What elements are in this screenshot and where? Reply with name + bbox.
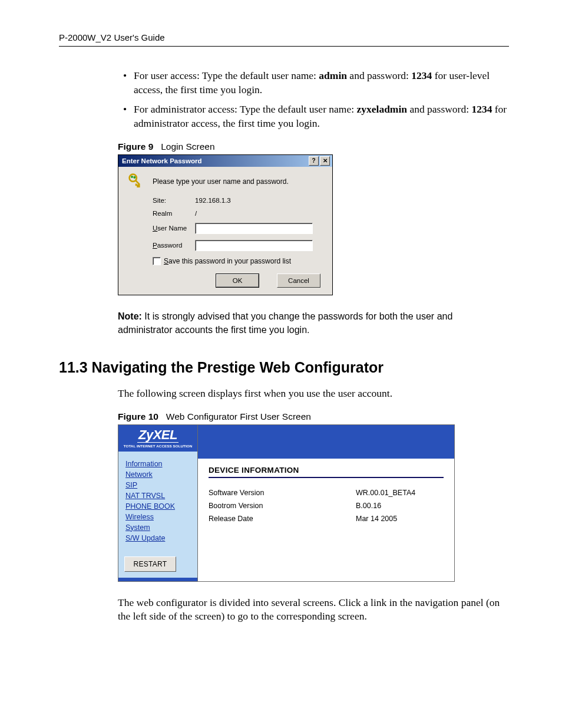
list-item: For administrator access: Type the defau… — [120, 103, 509, 130]
logo: ZyXEL TOTAL INTERNET ACCESS SOLUTION — [118, 425, 197, 452]
list-item: For user access: Type the default user n… — [120, 69, 509, 97]
nav-links: Information Network SIP NAT TRVSL PHONE … — [118, 452, 197, 551]
key-icon — [128, 183, 144, 191]
sidebar-divider — [118, 578, 197, 581]
dialog-prompt: Please type your user name and password. — [153, 177, 289, 186]
realm-label: Realm — [153, 210, 195, 217]
sidebar-item-sip[interactable]: SIP — [125, 481, 191, 489]
password-label: Password — [153, 242, 195, 249]
dialog-titlebar: Enter Network Password ? ✕ — [118, 155, 332, 167]
save-password-label: Save this password in your password list — [164, 257, 291, 265]
sidebar-item-wireless[interactable]: Wireless — [125, 513, 191, 521]
figure-9-caption: Figure 9 Login Screen — [118, 141, 509, 152]
note-paragraph: Note: It is strongly advised that you ch… — [118, 309, 509, 337]
restart-button[interactable]: RESTART — [124, 556, 176, 572]
bullet-list: For user access: Type the default user n… — [59, 69, 509, 131]
table-row: Software Version WR.00.01_BETA4 — [209, 489, 444, 497]
figure-10: ZyXEL TOTAL INTERNET ACCESS SOLUTION Inf… — [118, 424, 509, 582]
figure-9: Enter Network Password ? ✕ Please type y… — [118, 154, 509, 295]
top-band — [198, 425, 454, 459]
sidebar-item-network[interactable]: Network — [125, 470, 191, 479]
site-label: Site: — [153, 197, 195, 204]
table-row: Release Date Mar 14 2005 — [209, 515, 444, 523]
username-label: User Name — [153, 225, 195, 232]
site-value: 192.168.1.3 — [195, 197, 231, 204]
cancel-button[interactable]: Cancel — [277, 274, 320, 288]
close-icon[interactable]: ✕ — [320, 156, 330, 166]
help-icon[interactable]: ? — [309, 156, 319, 166]
sidebar-item-information[interactable]: Information — [125, 460, 191, 468]
realm-value: / — [195, 210, 197, 217]
sidebar-item-system[interactable]: System — [125, 523, 191, 532]
svg-point-1 — [131, 175, 133, 177]
save-password-checkbox[interactable] — [153, 257, 161, 265]
sidebar-item-nat-trvsl[interactable]: NAT TRVSL — [125, 492, 191, 500]
login-dialog: Enter Network Password ? ✕ Please type y… — [118, 154, 333, 295]
svg-point-2 — [133, 176, 135, 178]
body-text: The web configurator is divided into sev… — [118, 596, 509, 624]
username-field[interactable] — [195, 223, 313, 234]
table-row: Bootrom Version B.00.16 — [209, 502, 444, 510]
sidebar-item-phone-book[interactable]: PHONE BOOK — [125, 502, 191, 510]
device-info-heading: DEVICE INFORMATION — [209, 466, 444, 478]
web-configurator: ZyXEL TOTAL INTERNET ACCESS SOLUTION Inf… — [118, 424, 455, 582]
sidebar: ZyXEL TOTAL INTERNET ACCESS SOLUTION Inf… — [118, 425, 198, 581]
sidebar-item-sw-update[interactable]: S/W Update — [125, 534, 191, 542]
section-heading: 11.3 Navigating the Prestige Web Configu… — [59, 359, 509, 376]
ok-button[interactable]: OK — [216, 274, 259, 288]
password-field[interactable] — [195, 240, 313, 251]
running-header: P-2000W_V2 User's Guide — [59, 32, 509, 47]
figure-10-caption: Figure 10 Web Configurator First User Sc… — [118, 411, 509, 422]
dialog-title: Enter Network Password — [122, 157, 308, 164]
body-text: The following screen displays first when… — [118, 387, 509, 401]
